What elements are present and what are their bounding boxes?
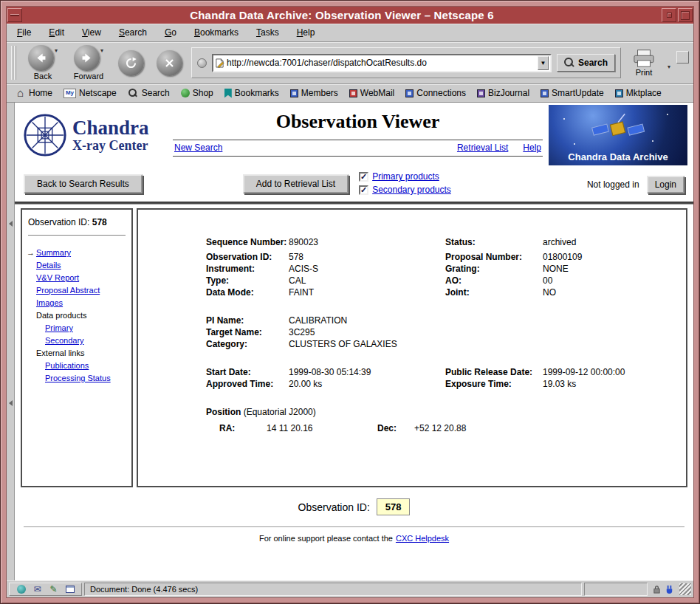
back-to-search-results-button[interactable]: Back to Search Results	[24, 174, 143, 193]
toolbar-grip[interactable]	[11, 46, 17, 80]
location-page-icon[interactable]	[215, 58, 224, 68]
sidebar-item-summary[interactable]: Summary	[36, 248, 71, 257]
members-icon	[290, 89, 298, 97]
sidebar-row: Secondary	[27, 335, 128, 346]
window-titlebar[interactable]: Chandra Data Archive: Observation Viewer…	[7, 7, 693, 24]
print-dropdown[interactable]: ▾	[668, 64, 670, 70]
browser-content: Chandra X-ray Center Observation Viewer …	[7, 103, 693, 580]
personal-toolbar-label: BizJournal	[488, 88, 529, 98]
detail-value: CAL	[289, 275, 445, 286]
menu-file[interactable]: File	[17, 27, 31, 38]
back-button[interactable]: ▾ Back	[23, 45, 63, 80]
window-maximize-button[interactable]	[678, 8, 693, 22]
detail-value: 890023	[289, 236, 445, 248]
back-button-circle	[28, 45, 54, 71]
sidebar-collapse-arrow	[9, 400, 13, 406]
mail-icon[interactable]: ✉	[32, 584, 43, 595]
cxc-logo-text: Chandra X-ray Center	[72, 117, 149, 152]
personal-toolbar-shop[interactable]: Shop	[176, 87, 219, 99]
detail-label: Public Release Date:	[445, 366, 543, 378]
detail-label: AO:	[445, 275, 543, 286]
detail-value	[543, 326, 680, 338]
personal-toolbar-webmail[interactable]: WebMail	[344, 87, 399, 99]
personal-toolbar-home[interactable]: ⌂Home	[10, 87, 58, 99]
personal-toolbar-bookmarks[interactable]: Bookmarks	[219, 87, 284, 99]
bizjournal-icon	[477, 89, 485, 97]
window-resize-grip[interactable]	[679, 583, 691, 595]
detail-label: Target Name:	[206, 326, 289, 338]
sidebar-row: →Summary	[27, 247, 128, 258]
sidebar-splitter[interactable]	[7, 103, 15, 580]
sidebar-row: Images	[27, 298, 128, 308]
primary-products-checkbox[interactable]	[359, 172, 368, 182]
url-bar[interactable]: ▼	[212, 54, 552, 72]
observation-nav-panel: Observation ID: 578 →SummaryDetailsV&V R…	[21, 208, 133, 487]
personal-toolbar-connections[interactable]: Connections	[400, 87, 471, 99]
sidebar-item-primary[interactable]: Primary	[45, 323, 73, 332]
personal-toolbar-search[interactable]: Search	[123, 87, 175, 99]
personal-toolbar-members[interactable]: Members	[285, 87, 343, 99]
mktplace-icon	[615, 89, 623, 97]
retrieval-list-link[interactable]: Retrieval List	[457, 143, 508, 153]
secondary-products-checkbox[interactable]	[359, 185, 368, 195]
personal-toolbar-label: Search	[142, 88, 170, 98]
footer-observation-id-label: Observation ID:	[298, 501, 370, 513]
personal-toolbar-label: Bookmarks	[235, 88, 279, 98]
personal-toolbar-bizjournal[interactable]: BizJournal	[472, 87, 535, 99]
menu-bookmarks[interactable]: Bookmarks	[194, 27, 239, 38]
search-button-label: Search	[578, 58, 608, 68]
security-lock-icon[interactable]	[653, 585, 661, 594]
current-item-arrow: →	[27, 247, 35, 258]
sidebar-item-processing-status[interactable]: Processing Status	[45, 374, 111, 382]
address-book-icon[interactable]	[64, 584, 75, 595]
help-link[interactable]: Help	[523, 143, 541, 153]
page-title: Observation Viewer	[173, 105, 543, 133]
window-menu-button[interactable]	[7, 8, 22, 22]
detail-group: Observation ID:578Proposal Number:018001…	[206, 251, 680, 298]
reload-button[interactable]	[114, 50, 147, 76]
menu-tasks[interactable]: Tasks	[256, 27, 279, 38]
window-minimize-button[interactable]	[662, 8, 676, 22]
forward-button[interactable]: ▾ Forward	[69, 45, 109, 80]
composer-icon[interactable]: ✎	[48, 584, 59, 595]
page-proxy-icon[interactable]	[197, 58, 207, 68]
url-input[interactable]	[227, 55, 535, 71]
sidebar-item-details[interactable]: Details	[36, 261, 61, 270]
personal-toolbar-label: Home	[29, 88, 52, 98]
navigator-icon[interactable]	[16, 584, 27, 595]
secondary-products-link[interactable]: Secondary products	[372, 185, 451, 195]
menu-go[interactable]: Go	[165, 27, 176, 38]
menu-view[interactable]: View	[82, 27, 101, 38]
menu-search[interactable]: Search	[119, 27, 147, 38]
add-to-retrieval-list-button[interactable]: Add to Retrieval List	[243, 174, 349, 193]
personal-toolbar-label: Members	[301, 88, 338, 98]
sidebar-item-v-v-report[interactable]: V&V Report	[36, 273, 79, 282]
sidebar-item-secondary[interactable]: Secondary	[45, 336, 84, 345]
sidebar-item-publications[interactable]: Publications	[45, 361, 89, 370]
online-plug-icon[interactable]	[665, 585, 674, 594]
menu-help[interactable]: Help	[297, 27, 315, 38]
print-button[interactable]: Print	[627, 49, 661, 77]
detail-label: Proposal Number:	[445, 251, 543, 263]
menu-edit[interactable]: Edit	[49, 27, 64, 38]
position-heading: Position (Equatorial J2000)	[206, 406, 680, 418]
detail-value: FAINT	[289, 286, 445, 298]
personal-toolbar-mktplace[interactable]: Mktplace	[610, 87, 667, 99]
personal-toolbar-smartupdate[interactable]: SmartUpdate	[535, 87, 609, 99]
primary-products-link[interactable]: Primary products	[372, 171, 439, 182]
login-button[interactable]: Login	[647, 176, 684, 193]
observation-id-field[interactable]: 578	[377, 498, 411, 515]
throbber[interactable]	[676, 51, 689, 64]
toolbar-search-button[interactable]: Search	[557, 54, 615, 72]
url-dropdown[interactable]: ▼	[538, 56, 549, 70]
sidebar-item-images[interactable]: Images	[36, 298, 63, 307]
stop-button[interactable]	[153, 50, 185, 76]
personal-toolbar-netscape[interactable]: MyNetscape	[58, 87, 122, 99]
detail-label: Approved Time:	[206, 378, 289, 390]
sidebar-item-proposal-abstract[interactable]: Proposal Abstract	[36, 286, 100, 295]
back-icon	[35, 52, 47, 64]
forward-history-dropdown[interactable]: ▾	[100, 47, 103, 54]
back-history-dropdown[interactable]: ▾	[55, 47, 58, 54]
new-search-link[interactable]: New Search	[174, 143, 222, 153]
cxc-helpdesk-link[interactable]: CXC Helpdesk	[396, 534, 449, 543]
